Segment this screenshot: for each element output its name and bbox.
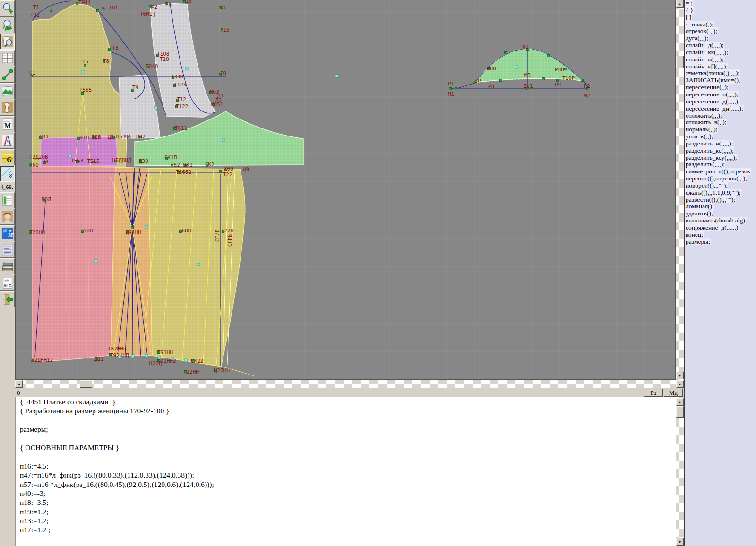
point-marker-selected[interactable] <box>515 66 518 68</box>
picture-button[interactable] <box>0 83 15 99</box>
command-item[interactable]: ЗАПИСАТЬ(имя=(), <box>685 77 756 84</box>
g-pattern-button[interactable]: G <box>0 149 15 165</box>
drawing-canvas[interactable]: Т1ТО1ТЯ44*ТЯ1Х2Т6Т16Х1Т15Т6М1]ТТ8Т8Т5Т1О… <box>16 0 675 379</box>
command-item[interactable]: { } <box>685 7 756 14</box>
point-marker[interactable] <box>557 79 559 82</box>
point-marker-selected[interactable] <box>335 75 338 77</box>
command-item[interactable]: отложить_в(,,); <box>685 119 756 126</box>
books-button[interactable] <box>0 258 15 274</box>
command-item[interactable]: разделить_ксу(,,,,); <box>685 154 756 162</box>
command-item[interactable]: дуга(,,,); <box>685 35 756 42</box>
ruler-eight-button[interactable]: 8 <box>0 166 15 182</box>
command-item[interactable]: развести((),(),,,""); <box>685 196 756 204</box>
command-item[interactable]: выполнить(dmod\.alg); <box>685 217 756 224</box>
canvas-vscrollbar[interactable]: ▲ ▼ <box>676 0 684 380</box>
point-marker[interactable] <box>547 55 550 57</box>
rz-button[interactable]: Рз <box>644 389 663 397</box>
command-item[interactable]: разделить(,,,,); <box>685 161 756 168</box>
point-marker[interactable] <box>50 9 52 12</box>
command-item[interactable]: сплайн_к[](,,,,); <box>685 63 756 70</box>
command-item[interactable]: отрезок( , ); <box>685 28 756 35</box>
point-marker-selected[interactable] <box>81 71 84 74</box>
exit-book-button[interactable] <box>0 291 15 307</box>
canvas-vscroll-thumb[interactable] <box>676 56 684 68</box>
command-item[interactable]: удалить(); <box>685 210 756 217</box>
point-marker[interactable] <box>97 10 99 12</box>
command-item[interactable]: размеры; <box>685 239 756 246</box>
command-item[interactable]: отложить(,,,); <box>685 112 756 119</box>
editor-vscrollbar[interactable]: ▲ ▼ <box>676 397 684 546</box>
portrait-button[interactable] <box>0 209 15 225</box>
command-item[interactable]: = ; <box>685 0 756 7</box>
point-marker-selected[interactable] <box>69 154 71 157</box>
point-marker-selected[interactable] <box>197 263 200 266</box>
page-preview-button[interactable] <box>0 34 15 50</box>
command-item[interactable]: симметрия_л((),отрезок <box>685 168 756 175</box>
command-item[interactable]: пересечение_д(,,,,,); <box>685 98 756 105</box>
command-item[interactable]: пересечение_н(,,,,); <box>685 91 756 98</box>
point-marker-selected[interactable] <box>145 354 148 357</box>
algorithm-editor[interactable]: { 4451 Платье со складками } { Разработа… <box>15 397 676 546</box>
editor-vscroll-thumb[interactable] <box>676 406 684 418</box>
command-item[interactable]: сжать((),,,1.1,0.9,""); <box>685 189 756 196</box>
canvas-hscrollbar[interactable]: ◄ ► <box>15 380 684 388</box>
point-marker[interactable] <box>84 65 86 67</box>
document-m-button[interactable]: M <box>0 116 15 132</box>
point-marker-selected[interactable] <box>145 225 148 228</box>
command-item[interactable]: ломаная(); <box>685 203 756 210</box>
zoom-in-button[interactable] <box>0 0 15 17</box>
command-item[interactable]: пересечение(,,); <box>685 84 756 91</box>
command-item[interactable]: :=точка(,); <box>685 21 756 28</box>
grid-button[interactable] <box>0 50 15 66</box>
scroll-up-icon[interactable]: ▲ <box>676 0 684 8</box>
command-item[interactable]: сплайн_к(,,,,); <box>685 56 756 63</box>
point-marker[interactable] <box>542 78 545 80</box>
point-marker-selected[interactable] <box>222 138 225 141</box>
point-marker-selected[interactable] <box>94 260 97 263</box>
scroll-right-icon[interactable]: ► <box>676 380 684 388</box>
table-doc-button[interactable] <box>0 192 15 208</box>
point-marker[interactable] <box>505 52 507 54</box>
pattern-piece-pleat-strip[interactable] <box>111 167 152 356</box>
point-marker[interactable] <box>581 79 584 82</box>
command-list-panel[interactable]: = ;{ }[ ]:=точка(,);отрезок( , );дуга(,,… <box>684 0 756 546</box>
command-item[interactable]: сплайн_кк(,,,,,); <box>685 49 756 56</box>
command-item[interactable]: разделить_н(,,,,,); <box>685 140 756 147</box>
command-item[interactable]: сплайн_д(,,,,); <box>685 42 756 49</box>
canvas-area[interactable]: Т1ТО1ТЯ44*ТЯ1Х2Т6Т16Х1Т15Т6М1]ТТ8Т8Т5Т1О… <box>15 0 676 380</box>
command-item[interactable]: разделить_кс(,,,,); <box>685 147 756 154</box>
scroll-left-icon[interactable]: ◄ <box>15 380 23 388</box>
list-doc-button[interactable] <box>0 242 15 258</box>
point-marker[interactable] <box>76 3 78 5</box>
command-item[interactable]: перенос((),отрезок( , ), <box>685 175 756 182</box>
command-item[interactable]: :=метка(точка(,),,,,); <box>685 70 756 77</box>
point-marker[interactable] <box>500 79 502 82</box>
scroll-down-icon[interactable]: ▼ <box>676 538 684 546</box>
command-item[interactable]: поворот((),,,""); <box>685 182 756 189</box>
point-marker-selected[interactable] <box>155 106 157 109</box>
scroll-up-icon[interactable]: ▲ <box>676 398 684 406</box>
pattern-piece-skirt-front[interactable] <box>32 166 115 362</box>
point-marker[interactable] <box>131 227 134 229</box>
point-marker-selected[interactable] <box>185 67 188 70</box>
segment-button[interactable] <box>0 67 15 83</box>
canvas-hscroll-thumb[interactable] <box>80 380 92 388</box>
three-d-button[interactable]: 3D <box>0 225 15 241</box>
point-marker[interactable] <box>449 88 452 90</box>
point-marker[interactable] <box>565 68 567 70</box>
scroll-down-icon[interactable]: ▼ <box>676 372 684 379</box>
point-marker-selected[interactable] <box>131 355 134 358</box>
command-item[interactable]: сопряжение_д(,,,,,,); <box>685 224 756 231</box>
command-item[interactable]: конец; <box>685 231 756 239</box>
alg-doc-button[interactable]: ALG <box>0 275 15 291</box>
point-marker[interactable] <box>455 88 457 90</box>
command-item[interactable]: [ ] <box>685 14 756 21</box>
md-button[interactable]: Мд <box>664 389 683 397</box>
command-item[interactable]: пересечение_дн(,,,,,); <box>685 105 756 112</box>
pattern-piece-button[interactable] <box>0 100 15 116</box>
command-item[interactable]: угол_к(,,); <box>685 133 756 140</box>
point-marker-selected[interactable] <box>184 359 187 362</box>
drafting-tools-button[interactable]: A <box>0 133 15 149</box>
zoom-out-button[interactable] <box>0 17 15 33</box>
command-item[interactable]: нормаль(,,); <box>685 126 756 133</box>
